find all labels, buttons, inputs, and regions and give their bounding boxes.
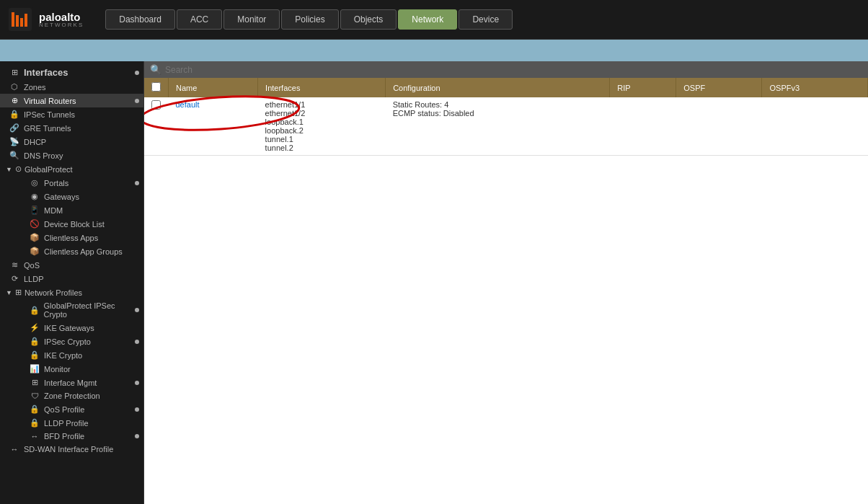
monitor-icon: 📊 — [29, 364, 40, 373]
sidebar-item-interface-mgmt[interactable]: ⊞ Interface Mgmt — [14, 376, 143, 389]
qos-profile-icon: 🔒 — [29, 404, 40, 414]
sidebar-item-lldp-profile[interactable]: 🔒 LLDP Profile — [14, 416, 143, 430]
interface-mgmt-icon: ⊞ — [29, 378, 40, 387]
sidebar: Interfaces ⬡ Zones ⊕ Virtual Routers 🔒 I… — [0, 61, 144, 504]
table-header-checkbox — [144, 78, 169, 97]
ike-gateways-icon: ⚡ — [29, 323, 40, 332]
sidebar-section-globalprotect[interactable]: ▼ ⊙ GlobalProtect — [0, 162, 143, 176]
table-header-row: Name Interfaces Configuration RIP OSPF O… — [144, 78, 868, 97]
sidebar-item-ipsec-tunnels[interactable]: 🔒 IPSec Tunnels — [0, 107, 143, 121]
sidebar-item-ipsec-crypto[interactable]: 🔒 IPSec Crypto — [14, 335, 143, 348]
sidebar-item-dhcp[interactable]: 📡 DHCP — [0, 135, 143, 149]
ike-crypto-icon: 🔒 — [29, 350, 40, 360]
virtual-routers-dot — [135, 99, 139, 103]
portals-dot — [135, 181, 139, 185]
svg-rect-4 — [20, 18, 23, 27]
nav-tabs: Dashboard ACC Monitor Policies Objects N… — [105, 9, 513, 30]
sub-bar — [0, 40, 868, 61]
table-header-rip: RIP — [610, 78, 676, 97]
dns-proxy-icon: 🔍 — [9, 151, 20, 160]
sidebar-item-monitor[interactable]: 📊 Monitor — [14, 362, 143, 376]
sdwan-icon: ↔ — [9, 445, 20, 454]
gateways-icon: ◉ — [29, 192, 40, 201]
zones-icon: ⬡ — [9, 82, 20, 92]
network-profiles-arrow-icon: ▼ — [6, 289, 12, 296]
sidebar-item-bfd-profile[interactable]: ↔ BFD Profile — [14, 430, 143, 443]
row-configuration-cell: Static Routes: 4 ECMP status: Disabled — [386, 97, 610, 156]
sidebar-item-sdwan[interactable]: ↔ SD-WAN Interface Profile — [0, 443, 143, 456]
table-header-name: Name — [169, 78, 258, 97]
row-checkbox[interactable] — [151, 100, 161, 110]
sidebar-item-device-block[interactable]: 🚫 Device Block List — [14, 217, 143, 231]
main-layout: Interfaces ⬡ Zones ⊕ Virtual Routers 🔒 I… — [0, 61, 868, 504]
portals-icon: ◎ — [29, 178, 40, 187]
table-header-configuration: Configuration — [386, 78, 610, 97]
interfaces-dot — [135, 71, 139, 75]
network-profiles-subitems: 🔒 GlobalProtect IPSec Crypto ⚡ IKE Gatew… — [0, 299, 143, 443]
table-header-ospf: OSPF — [676, 78, 762, 97]
qos-icon: ≋ — [9, 260, 20, 270]
row-ospfv3-cell — [762, 97, 868, 156]
sidebar-item-dns-proxy[interactable]: 🔍 DNS Proxy — [0, 149, 143, 162]
globalprotect-arrow-icon: ▼ — [6, 166, 12, 173]
sidebar-item-gp-ipsec[interactable]: 🔒 GlobalProtect IPSec Crypto — [14, 299, 143, 321]
lldp-icon: ⟳ — [9, 274, 20, 283]
sidebar-item-ike-crypto[interactable]: 🔒 IKE Crypto — [14, 348, 143, 362]
row-ospf-cell — [676, 97, 762, 156]
sidebar-item-interfaces[interactable]: Interfaces — [0, 65, 143, 80]
virtual-routers-icon: ⊕ — [9, 96, 20, 105]
sidebar-item-lldp[interactable]: ⟳ LLDP — [0, 272, 143, 286]
interfaces-icon — [9, 68, 20, 77]
top-bar: paloalto NETWORKS Dashboard ACC Monitor … — [0, 0, 868, 40]
sidebar-item-zones[interactable]: ⬡ Zones — [0, 80, 143, 94]
ipsec-tunnels-icon: 🔒 — [9, 110, 20, 119]
device-block-icon: 🚫 — [29, 219, 40, 229]
brand-sub: NETWORKS — [39, 22, 84, 28]
tab-device[interactable]: Device — [459, 9, 513, 30]
row-name-cell[interactable]: default — [169, 97, 258, 156]
row-rip-cell — [610, 97, 676, 156]
sidebar-item-gre-tunnels[interactable]: 🔗 GRE Tunnels — [0, 121, 143, 135]
gp-ipsec-icon: 🔒 — [29, 306, 40, 315]
tab-acc[interactable]: ACC — [177, 9, 222, 30]
tab-dashboard[interactable]: Dashboard — [105, 9, 175, 30]
mdm-icon: 📱 — [29, 205, 40, 215]
sidebar-section-network-profiles[interactable]: ▼ ⊞ Network Profiles — [0, 286, 143, 299]
network-profiles-icon: ⊞ — [15, 288, 22, 297]
svg-rect-5 — [25, 14, 27, 27]
search-input[interactable] — [165, 65, 862, 75]
tab-monitor[interactable]: Monitor — [223, 9, 280, 30]
sidebar-item-clientless-app-groups[interactable]: 📦 Clientless App Groups — [14, 244, 143, 258]
sidebar-item-qos-profile[interactable]: 🔒 QoS Profile — [14, 402, 143, 416]
row-checkbox-cell — [144, 97, 169, 156]
gre-tunnels-icon: 🔗 — [9, 123, 20, 133]
sidebar-item-portals[interactable]: ◎ Portals — [14, 176, 143, 190]
sidebar-item-ike-gateways[interactable]: ⚡ IKE Gateways — [14, 321, 143, 335]
bfd-profile-dot — [135, 434, 139, 438]
row-interfaces-cell: ethernet1/1 ethernet1/2 loopback.1 loopb… — [258, 97, 386, 156]
globalprotect-subitems: ◎ Portals ◉ Gateways 📱 MDM 🚫 Device Bloc… — [0, 176, 143, 258]
search-bar: 🔍 — [144, 61, 868, 78]
svg-rect-3 — [16, 15, 19, 27]
tab-policies[interactable]: Policies — [281, 9, 338, 30]
bfd-profile-icon: ↔ — [29, 432, 40, 441]
globalprotect-icon: ⊙ — [15, 164, 22, 174]
sidebar-item-virtual-routers[interactable]: ⊕ Virtual Routers — [0, 94, 143, 107]
sidebar-item-qos[interactable]: ≋ QoS — [0, 258, 143, 272]
sidebar-item-gateways[interactable]: ◉ Gateways — [14, 190, 143, 203]
virtual-routers-table: Name Interfaces Configuration RIP OSPF O… — [144, 78, 868, 156]
ipsec-crypto-icon: 🔒 — [29, 337, 40, 346]
select-all-checkbox[interactable] — [151, 82, 161, 92]
tab-network[interactable]: Network — [398, 9, 457, 30]
table-row[interactable]: default ethernet1/1 ethernet1/2 loopback… — [144, 97, 868, 156]
zone-protection-icon: 🛡 — [29, 392, 40, 400]
qos-profile-dot — [135, 407, 139, 412]
sidebar-item-zone-protection[interactable]: 🛡 Zone Protection — [14, 389, 143, 402]
interface-mgmt-dot — [135, 381, 139, 385]
sidebar-item-mdm[interactable]: 📱 MDM — [14, 203, 143, 217]
gp-ipsec-dot — [135, 308, 139, 312]
table-header-interfaces: Interfaces — [258, 78, 386, 97]
sidebar-item-clientless-apps[interactable]: 📦 Clientless Apps — [14, 231, 143, 244]
tab-objects[interactable]: Objects — [340, 9, 397, 30]
svg-rect-2 — [12, 12, 14, 27]
